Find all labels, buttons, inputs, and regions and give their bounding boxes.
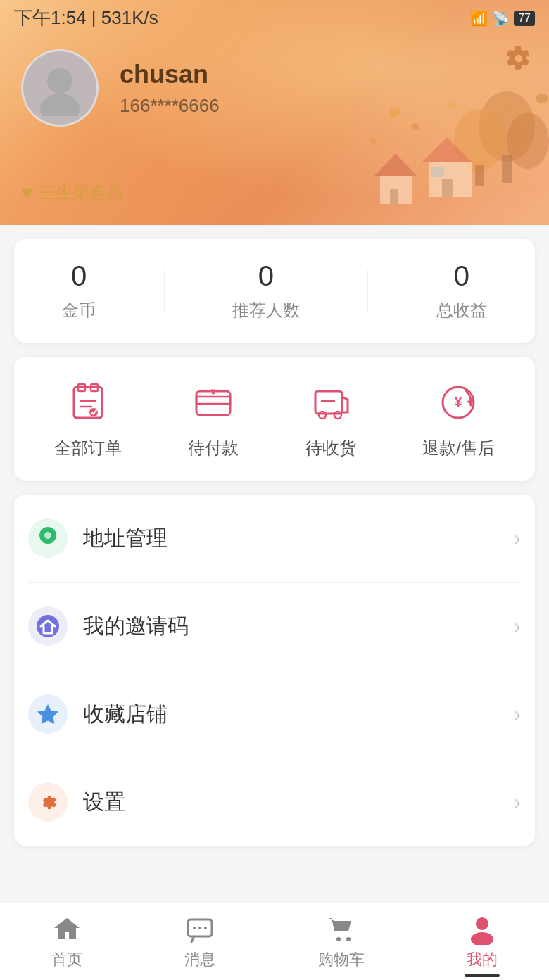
favorites-arrow: › [514, 702, 521, 726]
nav-home-label: 首页 [51, 949, 82, 970]
banner-art [338, 70, 549, 225]
pending-payment-label: 待付款 [188, 437, 239, 459]
status-icons: 📶 📡 77 [470, 10, 535, 27]
svg-point-42 [198, 927, 201, 929]
menu-item-address[interactable]: 地址管理 › [28, 495, 521, 583]
home-icon [51, 914, 82, 945]
invite-label: 我的邀请码 [83, 612, 498, 641]
favorite-icon-wrap [28, 694, 68, 734]
menu-item-invite[interactable]: 我的邀请码 › [28, 583, 521, 670]
profile-details: chusan 166****6666 [120, 60, 220, 117]
settings-label: 设置 [83, 788, 498, 817]
bottom-nav: 首页 消息 购物车 我的 [0, 903, 549, 980]
invite-icon-wrap [28, 606, 68, 646]
settings-icon-menu [34, 788, 62, 816]
svg-point-43 [204, 927, 207, 929]
nav-messages-label: 消息 [184, 949, 215, 970]
orders-card: 全部订单 ¥ 待付款 [14, 357, 535, 481]
menu-card: 地址管理 › 我的邀请码 › 收藏店铺 [14, 495, 535, 846]
username: chusan [120, 60, 220, 89]
svg-point-12 [387, 107, 400, 119]
phone-number: 166****6666 [120, 95, 220, 117]
svg-point-13 [410, 122, 420, 132]
cart-icon [326, 914, 357, 945]
nav-messages[interactable]: 消息 [170, 907, 229, 977]
gear-icon [506, 46, 531, 71]
svg-point-15 [369, 136, 377, 144]
svg-marker-10 [374, 153, 417, 176]
svg-text:¥: ¥ [455, 394, 463, 409]
settings-icon-wrap-menu [28, 782, 68, 822]
invite-arrow: › [514, 614, 521, 638]
svg-point-17 [47, 68, 72, 94]
invite-icon [34, 612, 62, 640]
profile-content: chusan 166****6666 [21, 49, 220, 127]
nav-profile-label: 我的 [467, 949, 498, 970]
svg-marker-39 [37, 704, 58, 724]
message-icon [184, 914, 215, 945]
nav-home[interactable]: 首页 [37, 907, 96, 977]
signal-icon: 📶 [470, 10, 488, 27]
profile-icon [467, 914, 498, 945]
svg-point-46 [476, 917, 488, 930]
avatar-icon [32, 60, 88, 116]
favorites-label: 收藏店铺 [83, 700, 498, 729]
stat-coins: 0 金币 [62, 260, 96, 322]
address-arrow: › [514, 526, 521, 550]
svg-point-2 [507, 113, 549, 169]
refund-label: 退款/售后 [422, 437, 495, 459]
refund-icon: ¥ [434, 378, 483, 427]
coins-value: 0 [71, 260, 87, 292]
svg-point-14 [445, 101, 456, 110]
pending-delivery-label: 待收货 [305, 437, 356, 459]
svg-point-16 [535, 93, 548, 104]
svg-rect-28 [315, 391, 342, 414]
settings-arrow: › [514, 790, 521, 814]
svg-point-47 [471, 932, 493, 945]
svg-rect-3 [502, 155, 512, 183]
referrals-label: 推荐人数 [232, 299, 300, 322]
earnings-label: 总收益 [436, 299, 487, 322]
nav-cart-label: 购物车 [318, 949, 365, 970]
settings-button[interactable] [503, 42, 535, 75]
favorite-icon [34, 700, 62, 728]
pending-delivery-icon [306, 378, 355, 427]
member-badge: ♥ 三生菜会员 [21, 182, 123, 204]
nav-profile[interactable]: 我的 [453, 907, 512, 977]
referrals-value: 0 [258, 260, 274, 292]
stat-referrals: 0 推荐人数 [232, 260, 300, 322]
order-all[interactable]: 全部订单 [54, 378, 122, 459]
address-label: 地址管理 [83, 524, 498, 553]
svg-rect-4 [475, 165, 484, 186]
svg-text:¥: ¥ [212, 388, 216, 396]
svg-point-41 [193, 927, 196, 929]
svg-point-44 [336, 937, 341, 941]
menu-item-settings[interactable]: 设置 › [28, 758, 521, 846]
status-bar: 下午1:54 | 531K/s 📶 📡 77 [0, 0, 549, 36]
nav-cart[interactable]: 购物车 [304, 907, 379, 977]
order-refund[interactable]: ¥ 退款/售后 [422, 378, 495, 459]
status-time: 下午1:54 | 531K/s [14, 6, 158, 30]
stats-card: 0 金币 0 推荐人数 0 总收益 [14, 239, 535, 343]
pending-payment-icon: ¥ [189, 378, 238, 427]
menu-item-favorites[interactable]: 收藏店铺 › [28, 670, 521, 758]
svg-point-18 [40, 94, 80, 116]
svg-point-24 [89, 408, 98, 416]
earnings-value: 0 [454, 260, 469, 292]
svg-point-45 [346, 937, 351, 941]
avatar[interactable] [21, 49, 99, 127]
svg-rect-7 [442, 179, 453, 197]
stat-divider-2 [367, 270, 368, 312]
member-label: 三生菜会员 [39, 182, 123, 204]
all-orders-label: 全部订单 [54, 437, 122, 459]
wifi-icon: 📡 [492, 10, 510, 27]
all-orders-icon [63, 378, 113, 427]
order-pending-payment[interactable]: ¥ 待付款 [188, 378, 239, 459]
order-pending-delivery[interactable]: 待收货 [305, 378, 356, 459]
stat-divider-1 [164, 270, 165, 312]
heart-icon: ♥ [21, 182, 33, 204]
svg-rect-26 [196, 397, 230, 404]
stat-earnings: 0 总收益 [436, 260, 487, 322]
main-content: 0 金币 0 推荐人数 0 总收益 [0, 239, 549, 930]
active-tab-indicator [465, 974, 500, 977]
